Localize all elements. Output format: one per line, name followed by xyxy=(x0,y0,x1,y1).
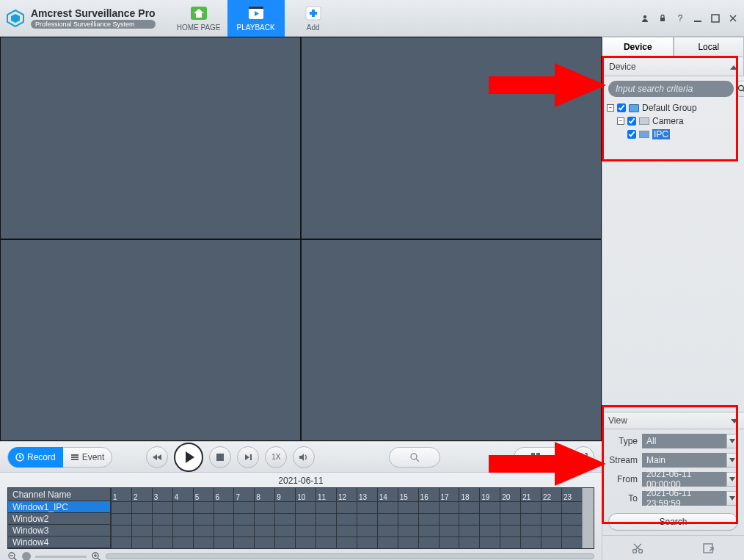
zoom-in-icon[interactable] xyxy=(91,551,101,560)
folder-icon xyxy=(629,104,639,112)
close-icon[interactable] xyxy=(728,13,738,23)
rewind-button[interactable] xyxy=(146,446,168,468)
nav-playback[interactable]: PLAYBACK xyxy=(227,0,285,37)
play-icon xyxy=(186,451,194,463)
lock-icon[interactable] xyxy=(657,13,668,23)
magnify-icon xyxy=(409,452,420,462)
event-mode-button[interactable]: Event xyxy=(63,447,112,468)
svg-point-9 xyxy=(643,15,646,18)
home-icon xyxy=(189,4,209,22)
svg-rect-12 xyxy=(712,15,719,22)
svg-marker-40 xyxy=(731,419,738,423)
search-filters: Type All Stream Main From 2021-06-11 00:… xyxy=(602,429,744,535)
svg-marker-48 xyxy=(489,63,606,107)
clock-icon xyxy=(15,453,24,462)
channel-header: Channel Name xyxy=(8,488,110,501)
video-cell-1[interactable] xyxy=(0,37,301,239)
nav-home-label: HOME PAGE xyxy=(177,23,221,32)
svg-marker-22 xyxy=(299,454,304,461)
device-search-input[interactable] xyxy=(608,81,734,97)
svg-marker-44 xyxy=(729,496,735,501)
channel-row[interactable]: Window4 xyxy=(8,537,110,548)
type-select[interactable]: All xyxy=(642,434,726,448)
svg-point-38 xyxy=(739,86,744,91)
dropdown-icon[interactable] xyxy=(726,472,738,487)
playback-icon xyxy=(246,4,266,22)
tree-root[interactable]: − Default Group xyxy=(607,101,740,114)
stop-button[interactable] xyxy=(209,446,231,468)
stream-select[interactable]: Main xyxy=(642,453,726,468)
svg-marker-1 xyxy=(11,14,20,23)
channel-row[interactable]: Window3 xyxy=(8,525,110,537)
search-button[interactable]: Search xyxy=(608,513,738,531)
speaker-icon xyxy=(299,453,309,462)
tab-local[interactable]: Local xyxy=(674,37,745,57)
step-button[interactable] xyxy=(237,446,259,468)
speed-button[interactable]: 1X xyxy=(265,446,287,468)
svg-marker-20 xyxy=(245,454,249,460)
zoom-handle[interactable] xyxy=(22,552,31,560)
zoom-out-icon[interactable] xyxy=(7,551,18,560)
dropdown-icon[interactable] xyxy=(726,491,738,506)
tree-camera[interactable]: − Camera xyxy=(607,114,740,128)
svg-point-45 xyxy=(633,549,637,553)
cut-icon[interactable] xyxy=(631,542,644,555)
record-mode-button[interactable]: Record xyxy=(8,447,63,468)
minimize-icon[interactable] xyxy=(693,13,703,23)
tree-label: Camera xyxy=(652,116,684,126)
timeline-hscroll[interactable] xyxy=(106,553,594,559)
stream-label: Stream xyxy=(608,455,642,465)
from-label: From xyxy=(608,474,642,484)
zoom-tool-button[interactable] xyxy=(389,447,440,468)
device-panel-header[interactable]: Device xyxy=(602,57,744,76)
logo-icon xyxy=(6,9,25,28)
chevron-down-icon xyxy=(731,415,738,426)
channel-row[interactable]: Window1_IPC xyxy=(8,501,110,513)
svg-rect-8 xyxy=(310,12,317,15)
to-datetime[interactable]: 2021-06-11 23:59:59 xyxy=(642,491,726,506)
tree-label-selected: IPC xyxy=(652,129,670,139)
tree-checkbox[interactable] xyxy=(617,103,626,112)
channel-row[interactable]: Window2 xyxy=(8,513,110,525)
nav-home[interactable]: HOME PAGE xyxy=(170,0,227,37)
video-cell-4[interactable] xyxy=(301,239,602,442)
svg-rect-21 xyxy=(250,454,252,460)
from-datetime[interactable]: 2021-06-11 00:00:00 xyxy=(642,472,726,487)
device-icon xyxy=(639,117,649,125)
svg-marker-41 xyxy=(729,439,735,443)
collapse-icon[interactable]: − xyxy=(617,117,624,125)
right-sidebar: Device Local Device − Default Group xyxy=(602,37,744,560)
tree-checkbox[interactable] xyxy=(627,130,636,139)
app-subtitle: Professional Surveilliance System xyxy=(31,20,156,29)
svg-rect-19 xyxy=(216,454,224,461)
device-search-button[interactable] xyxy=(737,81,744,97)
svg-marker-43 xyxy=(729,477,735,481)
svg-point-46 xyxy=(639,549,643,553)
window-controls: ? xyxy=(640,13,738,23)
volume-button[interactable] xyxy=(293,446,315,468)
main-nav: HOME PAGE PLAYBACK Add xyxy=(170,0,342,37)
search-icon xyxy=(737,84,744,93)
user-icon[interactable] xyxy=(640,13,650,23)
tree-ipc[interactable]: IPC xyxy=(607,128,740,141)
play-button[interactable] xyxy=(174,443,203,472)
export-icon[interactable] xyxy=(702,542,715,555)
nav-add[interactable]: Add xyxy=(285,0,342,37)
tree-checkbox[interactable] xyxy=(627,117,636,126)
view-panel-header[interactable]: View xyxy=(602,412,744,429)
dropdown-icon[interactable] xyxy=(726,434,738,448)
dropdown-icon[interactable] xyxy=(726,453,738,468)
tab-device[interactable]: Device xyxy=(602,37,674,57)
video-cell-3[interactable] xyxy=(0,239,301,442)
collapse-icon[interactable]: − xyxy=(607,104,614,112)
sidebar-tools xyxy=(602,535,744,560)
app-logo: Amcrest Surveillance Pro Professional Su… xyxy=(6,7,156,29)
device-tree: − Default Group − Camera IPC xyxy=(602,100,744,145)
help-icon[interactable]: ? xyxy=(675,13,685,23)
svg-rect-15 xyxy=(71,457,79,458)
svg-point-23 xyxy=(411,454,417,459)
nav-add-label: Add xyxy=(307,23,320,32)
svg-marker-17 xyxy=(153,454,157,460)
svg-rect-47 xyxy=(704,544,712,553)
maximize-icon[interactable] xyxy=(710,13,721,23)
